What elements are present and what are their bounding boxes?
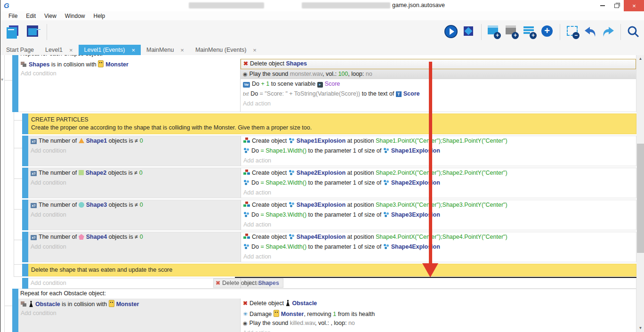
conditions-column: x?The number of Shape4 objects is ≠ 0Add… <box>28 232 241 262</box>
action-row[interactable]: Create object Shape2Explosion at positio… <box>241 168 636 178</box>
tab-close-icon[interactable]: × <box>69 47 73 54</box>
comment-text: Delete the shape that was eaten and upda… <box>31 266 636 274</box>
condition-row[interactable]: Add condition <box>28 146 241 156</box>
scroll-up-icon[interactable]: ▲ <box>636 55 644 63</box>
menu-view[interactable]: View <box>40 12 61 20</box>
minimize-button[interactable] <box>596 0 610 11</box>
text-segment: is in collision with <box>49 61 98 68</box>
action-row[interactable]: Create object Shape3Explosion at positio… <box>241 200 636 210</box>
empty-subevent[interactable]: Add conditionAdd action✖Delete object Sh… <box>22 278 636 289</box>
tab-start-page[interactable]: Start Page <box>0 45 40 55</box>
action-row[interactable]: Add action <box>241 156 636 166</box>
event-block[interactable]: x?The number of Shape2 objects is ≠ 0Add… <box>22 168 636 198</box>
tab-close-icon[interactable]: × <box>131 47 135 54</box>
action-row[interactable]: Do = Shape2.Width() to the parameter 1 o… <box>241 178 636 188</box>
text-segment: Shape3 <box>86 202 107 208</box>
scrollbar-thumb[interactable] <box>637 144 644 253</box>
debug-icon[interactable] <box>461 24 476 40</box>
condition-row[interactable]: x?The number of Shape3 objects is ≠ 0 <box>28 200 241 210</box>
action-row[interactable]: ◉Play the sound monster.wav, vol.: 100, … <box>241 69 636 79</box>
add-event-icon[interactable]: + <box>486 24 501 40</box>
text-segment: = Shape2.Width() <box>260 179 306 186</box>
condition-row[interactable]: Obstacle is in collision with Monster <box>18 299 240 308</box>
condition-row[interactable]: Add condition <box>28 242 241 252</box>
event-block[interactable]: x?The number of Shape4 objects is ≠ 0Add… <box>22 232 636 262</box>
delete-icon: ✖ <box>243 60 248 66</box>
scene-editor-icon[interactable] <box>25 24 40 40</box>
text-segment: is in collision with <box>60 301 109 308</box>
undo-icon[interactable] <box>583 24 598 40</box>
tab-close-icon[interactable]: × <box>253 47 257 54</box>
add-comment-icon[interactable]: + <box>522 24 537 40</box>
action-row[interactable]: Add action <box>241 278 636 288</box>
event-block[interactable]: x?The number of Shape1 objects is ≠ 0Add… <box>22 136 636 166</box>
comment-block[interactable]: Delete the shape that was eaten and upda… <box>22 264 636 276</box>
text-segment: to the parameter 1 of size of <box>306 243 383 250</box>
text-segment: at position <box>346 202 376 208</box>
play-icon[interactable] <box>443 24 459 40</box>
text-segment: Score <box>325 81 340 87</box>
add-object-icon[interactable] <box>540 24 555 40</box>
close-button[interactable]: × <box>624 0 644 11</box>
action-row[interactable]: Add action <box>241 252 636 262</box>
condition-row[interactable]: Add condition <box>28 178 241 188</box>
condition-row[interactable]: Add condition <box>28 278 241 288</box>
text-segment: Shape2Explosion <box>391 179 440 186</box>
vertical-scrollbar[interactable]: ▲ ▼ <box>636 55 644 332</box>
delete-selection-icon[interactable]: − <box>565 24 580 40</box>
conditions-column: Obstacle is in collision with MonsterAdd… <box>18 299 240 332</box>
menu-window[interactable]: Window <box>61 12 89 20</box>
monster-icon <box>109 300 114 307</box>
condition-row[interactable]: Add condition <box>28 210 241 220</box>
obstacle-icon <box>286 300 290 306</box>
condition-row[interactable]: Shapes is in collision with Monster <box>18 59 240 69</box>
action-row[interactable]: ✖Delete object Obstacle <box>241 299 636 308</box>
tab-close-icon[interactable]: × <box>180 47 184 54</box>
toolbar-separator <box>47 24 47 40</box>
action-row[interactable]: Do = Shape1.Width() to the parameter 1 o… <box>241 146 636 156</box>
condition-row[interactable]: Add condition <box>18 69 240 79</box>
text-segment: Obstacle <box>292 300 317 307</box>
scroll-down-icon[interactable]: ▼ <box>636 324 644 332</box>
annotation-arrow-head <box>422 263 438 277</box>
comment-text: Create the proper one according to the s… <box>31 124 636 132</box>
search-icon[interactable] <box>626 24 641 40</box>
menu-edit[interactable]: Edit <box>22 12 40 20</box>
collapse-arrow-icon[interactable]: ▾ <box>1 77 3 82</box>
menu-help[interactable]: Help <box>89 12 110 20</box>
tab-level1-events-[interactable]: Level1 (Events)× <box>79 45 141 55</box>
condition-row[interactable]: x?The number of Shape2 objects is ≠ 0 <box>28 168 241 178</box>
condition-row[interactable]: x?The number of Shape4 objects is ≠ 0 <box>28 232 241 242</box>
comment-block[interactable]: CREATE PARTICLESCreate the proper one ac… <box>22 113 636 134</box>
text-segment: 100 <box>338 71 348 77</box>
action-row[interactable]: Add action <box>241 188 636 198</box>
redo-icon[interactable] <box>601 24 616 40</box>
tab-mainmenu-events-[interactable]: MainMenu (Events)× <box>190 45 262 55</box>
menu-file[interactable]: File <box>4 12 22 20</box>
restore-button[interactable] <box>610 0 624 11</box>
event-block[interactable]: Repeat for each Obstacle object:Obstacle… <box>12 289 636 332</box>
tab-label: MainMenu (Events) <box>195 47 246 53</box>
action-row[interactable]: txtDo = "Score: " + ToString(Variable(Sc… <box>241 89 636 99</box>
event-block[interactable]: x?The number of Shape3 objects is ≠ 0Add… <box>22 200 636 230</box>
project-manager-icon[interactable] <box>5 24 20 40</box>
action-row[interactable]: ✖Delete object Shapes <box>241 59 636 69</box>
add-subevent-icon[interactable]: + <box>504 24 519 40</box>
tab-mainmenu[interactable]: MainMenu× <box>141 45 190 55</box>
action-row[interactable]: Add action <box>241 328 636 332</box>
action-row[interactable]: Create object Shape4Explosion at positio… <box>241 232 636 242</box>
action-row[interactable]: Do = Shape4.Width() to the parameter 1 o… <box>241 242 636 252</box>
action-row[interactable]: Add action <box>241 220 636 230</box>
action-row[interactable]: ◉Play the sound killed.wav, vol.: , loop… <box>241 318 636 328</box>
action-row[interactable]: Create object Shape1Explosion at positio… <box>241 136 636 146</box>
condition-row[interactable]: x?The number of Shape1 objects is ≠ 0 <box>28 136 241 146</box>
tab-level1[interactable]: Level1× <box>40 45 78 55</box>
text-segment: The number of <box>39 138 79 144</box>
action-row[interactable]: ✳Damage Monster, removing 1 from its hea… <box>241 308 636 318</box>
action-row[interactable]: Do = Shape3.Width() to the parameter 1 o… <box>241 210 636 220</box>
action-row[interactable]: VarDo + 1 to scene variable ▸Score <box>241 79 636 89</box>
text-segment: Score <box>403 90 420 97</box>
event-block[interactable]: Repeat for each Shapes object:Shapes is … <box>12 55 636 112</box>
action-row[interactable]: Add action <box>241 99 636 109</box>
condition-row[interactable]: Add condition <box>18 308 240 318</box>
